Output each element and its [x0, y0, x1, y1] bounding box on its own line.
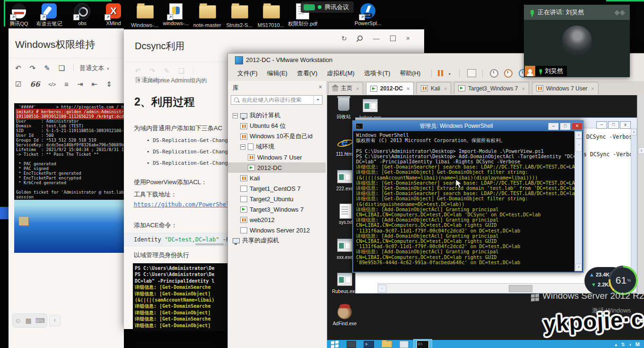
align-icon[interactable]: ≡ — [64, 80, 69, 88]
code-icon[interactable]: </> — [48, 81, 56, 87]
close-button[interactable]: × — [406, 35, 410, 42]
tree-item-web2012[interactable]: web2012 — [228, 214, 326, 225]
scroll-down-icon[interactable]: ∨ — [575, 264, 582, 271]
library-close-icon[interactable]: × — [319, 84, 322, 90]
eraser-icon[interactable]: ✎ — [44, 64, 50, 72]
close-button[interactable]: x — [620, 121, 631, 129]
minimize-button[interactable]: — — [373, 35, 380, 42]
library-search-box[interactable]: 在此处键入内容进行搜索 ▾ — [231, 95, 322, 105]
menu-查看V[interactable]: 查看(V) — [292, 67, 322, 80]
code-hscroll-thumb[interactable] — [195, 243, 224, 245]
tree-item-共享的虚拟机[interactable]: 共享的虚拟机 — [228, 235, 326, 246]
grid-icon[interactable]: ▦ — [25, 317, 31, 324]
call-header[interactable]: 正在讲话: 刘昊然 ◆◆ — [524, 5, 630, 20]
search-dropdown-caret[interactable]: ▾ — [313, 96, 322, 104]
menu-帮助H[interactable]: 帮助(H) — [395, 67, 425, 80]
desktop-icon-folder[interactable]: Windows-... — [130, 3, 160, 28]
taskbar-app-icon[interactable] — [400, 341, 409, 348]
format-painter-icon[interactable]: ❏ — [59, 64, 65, 72]
tree-item-我的计算机[interactable]: 我的计算机 — [228, 110, 326, 121]
powershell-vscrollbar[interactable]: ∧≡∨ — [574, 131, 582, 271]
tree-item-Kali[interactable]: Kali — [228, 173, 326, 183]
maximize-button[interactable] — [390, 36, 396, 41]
desktop-icon-xmind[interactable]: X↗XMind — [98, 3, 129, 26]
keyboard-icon[interactable]: ⌨ — [35, 317, 45, 324]
quote-icon[interactable]: 66 — [30, 80, 40, 89]
collapse-chevron-button[interactable]: ‹ — [49, 315, 61, 326]
tab-close-icon[interactable]: × — [591, 86, 594, 91]
tree-item-2012-DC[interactable]: 2012-DC — [228, 162, 326, 173]
tray-volume-icon[interactable]: ◖ — [629, 342, 632, 347]
tree-item-Windows 7 User[interactable]: Windows 7 User — [228, 152, 326, 162]
tree-item-Target2_Ubuntu[interactable]: Target2_Ubuntu — [228, 194, 326, 204]
indent-right-icon[interactable]: ⇥ — [77, 80, 83, 89]
redo-icon[interactable]: ↷ — [149, 67, 156, 75]
menu-文件F[interactable]: 文件(F) — [233, 67, 262, 80]
line-height-icon[interactable]: ⇕ — [106, 80, 112, 89]
taskbar-powershell-icon[interactable]: > — [364, 341, 374, 348]
desktop-icon-obs[interactable]: ↗obs — [67, 3, 97, 26]
paragraph-style-dropdown[interactable]: 普通文本▾ — [79, 64, 109, 72]
tree-expander[interactable] — [240, 144, 245, 150]
ctrl-alt-del-icon[interactable] — [467, 69, 476, 77]
vm-desktop-icon-kekeo.exe[interactable]: kekeo.exe — [357, 98, 383, 120]
tab-Target3_Windows 7[interactable]: Target3_Windows 7× — [454, 82, 529, 94]
vm-desktop-icon-Rubeus.exe[interactable]: Rubeus.exe — [331, 271, 358, 294]
tree-item-Target1_CentOS 7[interactable]: Target1_CentOS 7 — [228, 183, 326, 194]
tree-item-Windows Server 2012[interactable]: Windows Server 2012 — [228, 225, 326, 235]
tab-Kali[interactable]: Kali× — [417, 82, 451, 94]
undo-icon[interactable]: ↶ — [135, 67, 141, 75]
emoji-icon[interactable]: ☺ — [15, 317, 21, 324]
minimize-button[interactable]: – — [548, 123, 559, 130]
tab-Windows 7 User[interactable]: Windows 7 User× — [532, 82, 599, 94]
snapshot-take-icon[interactable] — [490, 69, 498, 78]
pin-button[interactable] — [357, 35, 363, 42]
refresh-button[interactable]: ↻ — [341, 35, 347, 42]
close-button[interactable]: ✕ — [572, 123, 583, 130]
scroll-up-icon[interactable]: ∧ — [575, 132, 582, 139]
doc2-github-link[interactable]: https://github.com/PowerShellMa — [134, 201, 240, 208]
minimize-button[interactable]: – — [596, 121, 607, 129]
maximize-button[interactable]: □ — [608, 121, 619, 129]
vm-desktop-icon-回收站[interactable]: 回收站 — [331, 97, 357, 120]
taskbar-cmd-active[interactable]: C:\ — [413, 339, 432, 348]
pause-dropdown-caret[interactable]: ▾ — [449, 72, 451, 76]
tree-expander[interactable] — [233, 113, 238, 118]
maximize-button[interactable]: □ — [560, 123, 571, 130]
menu-编辑E[interactable]: 编辑(E) — [262, 67, 292, 80]
docked-app-icon[interactable] — [0, 207, 9, 219]
desktop-icon-ynote[interactable]: ↗有道云笔记 — [34, 3, 64, 27]
tree-item-Target3_Windows 7[interactable]: Target3_Windows 7 — [228, 204, 326, 214]
taskbar-explorer-icon[interactable] — [382, 341, 392, 348]
checkbox-icon[interactable]: ☑ — [15, 80, 21, 89]
hscroll-thumb[interactable] — [509, 285, 532, 292]
redo-icon[interactable]: ↷ — [30, 64, 36, 72]
scroll-up-icon[interactable]: ∧ — [631, 129, 637, 135]
tab-close-icon[interactable]: × — [356, 86, 359, 91]
vscroll-thumb[interactable]: ≡ — [575, 139, 582, 152]
desktop-icon-folder[interactable]: MS17010... — [256, 3, 286, 28]
menu-虚拟机M[interactable]: 虚拟机(M) — [322, 67, 359, 80]
vm-desktop-icon-AdFind.exe[interactable]: AdFind.exe — [331, 304, 358, 326]
desktop-icon-folder[interactable]: Struts2-S... — [224, 3, 254, 28]
sliver-scroll-up-icon[interactable]: ∧ — [638, 147, 644, 154]
indent-left-icon[interactable]: ⇤ — [92, 80, 98, 89]
tree-item-Ubuntu 64 位[interactable]: Ubuntu 64 位 — [228, 121, 326, 131]
undo-icon[interactable]: ↶ — [15, 64, 21, 72]
eraser-icon[interactable]: ✎ — [164, 67, 170, 75]
powershell-titlebar[interactable]: >_管理员: Windows PowerShell–□✕ — [353, 121, 583, 131]
tab-close-icon[interactable]: × — [407, 86, 409, 91]
desktop-icon-zip[interactable]: ZIP↗PowerSpl... — [353, 3, 383, 26]
pause-vm-button[interactable] — [437, 70, 444, 76]
tab-主页[interactable]: 主页× — [328, 82, 363, 94]
tray-ime-letter[interactable]: M — [635, 341, 640, 347]
tab-2012-DC[interactable]: 2012-DC× — [366, 82, 414, 95]
tab-close-icon[interactable]: × — [444, 86, 447, 91]
tray-network-icon[interactable]: ⇅ — [621, 342, 625, 347]
scroll-left-icon[interactable]: ‹ — [378, 285, 386, 293]
meeting-badge[interactable]: 腾讯会议 — [301, 1, 354, 13]
background-window-vscrollbar[interactable] — [631, 128, 637, 283]
tree-item-域环境[interactable]: 域环境 — [228, 142, 326, 152]
server-manager-icon[interactable] — [347, 341, 356, 348]
tray-expand-icon[interactable]: ▴ — [615, 342, 617, 347]
